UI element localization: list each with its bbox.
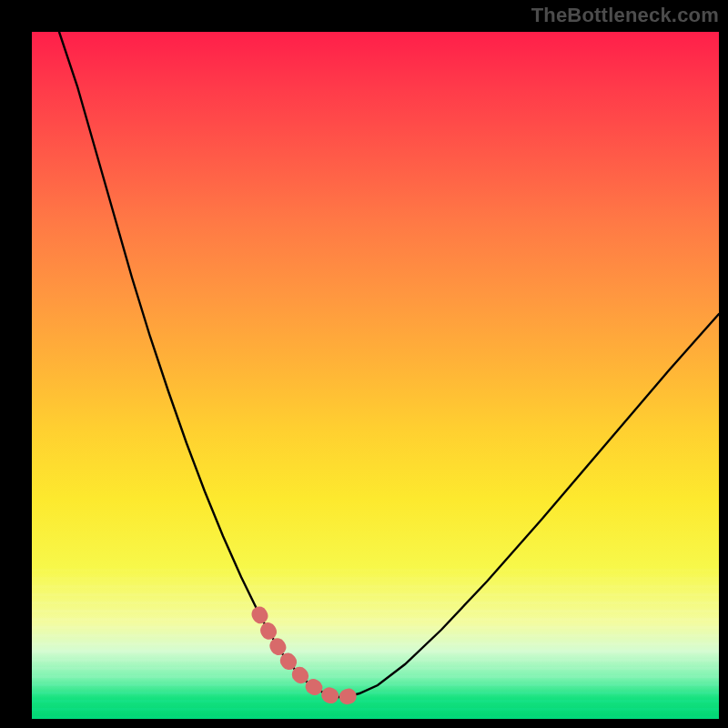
watermark-text: TheBottleneck.com xyxy=(531,4,719,27)
bottleneck-curve xyxy=(59,32,719,697)
highlight-segment xyxy=(259,614,359,697)
curve-svg xyxy=(32,32,719,719)
chart-plot-area xyxy=(32,32,719,719)
